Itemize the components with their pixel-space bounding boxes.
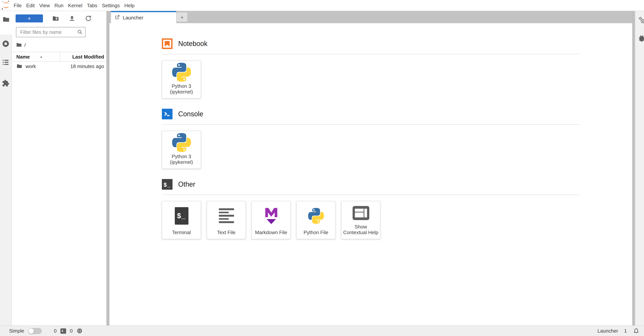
file-name: work <box>26 63 70 69</box>
card-label: Markdown File <box>252 230 290 239</box>
column-header-name[interactable]: Name ▲ <box>12 54 60 60</box>
jupyter-logo-icon <box>1 1 11 10</box>
section-title: Other <box>178 180 195 188</box>
filter-files-box <box>16 27 86 37</box>
card-label: Text File <box>207 230 246 239</box>
launcher-card-show-contextual-help[interactable]: Show Contextual Help <box>341 201 380 239</box>
jupyterlab-window: File Edit View Run Kernel Tabs Settings … <box>0 0 644 336</box>
section-other: $_ Other $_ <box>162 179 580 239</box>
simple-mode-toggle[interactable] <box>28 328 42 334</box>
contextual-help-icon <box>352 206 369 220</box>
card-label: Python 3 (ipykernel) <box>162 154 200 168</box>
launcher-card-notebook-python3[interactable]: Python 3 (ipykernel) <box>162 61 201 98</box>
launcher-card-text-file[interactable]: Text File <box>207 201 246 239</box>
section-console: Console Python 3 <box>162 109 580 169</box>
menu-file[interactable]: File <box>12 3 24 8</box>
python-logo-icon <box>297 201 335 230</box>
active-sidebar-tab <box>0 11 12 35</box>
new-launcher-button[interactable]: + <box>16 15 43 23</box>
file-browser-panel: + <box>12 11 106 325</box>
section-divider <box>162 124 580 125</box>
menu-bar: File Edit View Run Kernel Tabs Settings … <box>0 0 644 11</box>
card-label: Python File <box>297 230 335 239</box>
launcher-panel: Notebook Python <box>110 23 632 325</box>
running-sessions-icon[interactable] <box>2 40 10 48</box>
table-of-contents-icon[interactable] <box>2 59 10 66</box>
launcher-card-terminal[interactable]: $_ Terminal <box>162 201 201 239</box>
python-logo-icon <box>162 61 200 84</box>
card-label: Show Contextual Help <box>342 224 380 239</box>
property-inspector-icon[interactable] <box>638 16 644 24</box>
sidebar-tab-strip <box>0 35 12 325</box>
text-file-icon <box>219 208 234 223</box>
launcher-tab-icon <box>115 15 120 21</box>
add-tab-button[interactable]: + <box>177 13 187 22</box>
card-label: Terminal <box>162 230 200 239</box>
menu-view[interactable]: View <box>38 3 52 8</box>
tab-label: Launcher <box>123 15 143 21</box>
right-splitter[interactable] <box>632 11 635 325</box>
toggle-knob <box>28 328 34 333</box>
refresh-icon[interactable] <box>85 15 92 22</box>
dock-panel: Launcher + <box>110 11 632 325</box>
sort-ascending-icon: ▲ <box>40 55 43 58</box>
menu-settings[interactable]: Settings <box>100 3 122 8</box>
file-modified: 18 minutes ago <box>70 63 106 69</box>
breadcrumb[interactable]: / <box>12 39 106 50</box>
launcher-card-console-python3[interactable]: Python 3 (ipykernel) <box>162 131 201 169</box>
launcher-card-markdown-file[interactable]: Markdown File <box>252 201 291 239</box>
menu-kernel[interactable]: Kernel <box>66 3 84 8</box>
section-notebook: Notebook Python <box>162 38 580 98</box>
filter-files-input[interactable] <box>16 27 86 37</box>
file-browser-toolbar: + <box>12 11 106 25</box>
folder-icon <box>16 63 22 69</box>
markdown-icon <box>252 201 290 230</box>
notebook-section-icon <box>162 38 172 49</box>
notification-bell-icon[interactable] <box>633 327 640 334</box>
tab-bar: Launcher + <box>110 11 632 23</box>
launcher-card-python-file[interactable]: Python File <box>296 201 336 239</box>
right-activity-bar <box>635 11 644 325</box>
context-label: Launcher <box>598 328 618 334</box>
card-label: Python 3 (ipykernel) <box>162 84 200 98</box>
menu-items: File Edit View Run Kernel Tabs Settings … <box>12 3 137 8</box>
terminal-icon: $_ <box>174 207 188 224</box>
file-list-header: Name ▲ Last Modified <box>12 52 106 62</box>
terminal-icon: $_ <box>60 328 66 333</box>
file-row-work[interactable]: work 18 minutes ago <box>12 62 106 71</box>
section-title: Notebook <box>178 40 208 48</box>
prompt-glyph: $_ <box>164 181 170 188</box>
left-activity-bar <box>0 11 12 325</box>
menu-help[interactable]: Help <box>122 3 136 8</box>
other-section-icon: $_ <box>162 179 172 190</box>
tab-launcher[interactable]: Launcher <box>111 11 176 23</box>
main-row: + <box>0 11 644 325</box>
python-logo-icon <box>162 131 200 154</box>
status-bar: Simple 0 $_ 0 Launcher 1 <box>0 325 644 336</box>
console-section-icon <box>162 109 172 119</box>
extension-manager-icon[interactable] <box>2 80 10 87</box>
terminals-count: 0 <box>54 328 56 334</box>
new-folder-icon[interactable] <box>52 15 59 22</box>
simple-mode-label: Simple <box>9 328 24 334</box>
menu-tabs[interactable]: Tabs <box>85 3 99 8</box>
section-divider <box>162 195 580 195</box>
breadcrumb-root[interactable]: / <box>24 42 26 48</box>
section-divider <box>162 54 580 54</box>
notifications-count: 1 <box>624 328 627 334</box>
debugger-icon[interactable] <box>638 34 644 42</box>
kernels-count: 0 <box>70 328 72 334</box>
left-splitter[interactable] <box>106 11 110 325</box>
file-browser-icon[interactable] <box>2 16 10 23</box>
kernel-status-item[interactable]: 0 $_ 0 <box>52 327 85 334</box>
column-header-last-modified[interactable]: Last Modified <box>60 52 106 61</box>
search-icon <box>77 29 83 36</box>
kernel-chip-icon <box>76 328 83 334</box>
menu-run[interactable]: Run <box>52 3 66 8</box>
upload-icon[interactable] <box>68 15 76 22</box>
home-folder-icon <box>16 42 22 48</box>
section-title: Console <box>178 110 203 118</box>
menu-edit[interactable]: Edit <box>24 3 37 8</box>
